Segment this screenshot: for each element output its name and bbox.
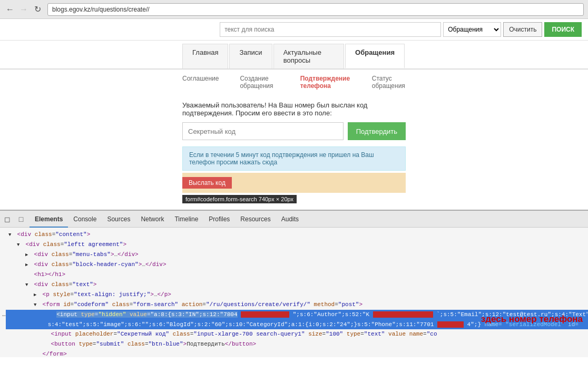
resend-button[interactable]: Выслать код [182,177,232,189]
tab-console[interactable]: Console [68,211,102,228]
step-status: Статус обращения [372,75,406,90]
browser-body: Обращения Очистить ПОИСК Главная Записи … [0,19,588,373]
tab-timeline[interactable]: Timeline [169,211,203,228]
dom-line: ▶ <div class="block-header-cyan">…</div> [0,260,588,270]
nav-buttons: ← → ↻ [4,4,43,15]
dom-line: ▼ <form id="codeform" class="form-search… [0,300,588,310]
browser-chrome: ← → ↻ [0,0,588,19]
tab-resources[interactable]: Resources [235,211,276,228]
address-bar[interactable] [47,3,584,16]
tab-audits[interactable]: Audits [276,211,304,228]
resend-area: Выслать код [182,173,406,193]
forward-button[interactable]: → [18,4,30,15]
devtools-tabs: ◻ □ Elements Console Sources Network Tim… [0,211,588,228]
tab-network[interactable]: Network [135,211,169,228]
tab-appeals[interactable]: Обращения [345,44,405,68]
secret-code-input[interactable] [182,122,344,140]
dom-line: ▶ <input placeholder="Секретный код" cla… [0,329,588,339]
devtools-tablet-icon[interactable]: □ [16,214,26,224]
confirm-button[interactable]: Подтвердить [348,122,406,140]
search-input[interactable] [220,22,441,37]
devtools-panel: ◻ □ Elements Console Sources Network Tim… [0,210,588,357]
step-agreement: Соглашение [182,75,219,90]
dots-indicator: … [0,310,6,329]
info-text: Если в течении 5 минут код подтверждения… [189,151,374,166]
annotation-text: здесь номер телефона [481,314,583,325]
dom-line: ▶ <h1></h1> [0,270,588,280]
dom-line: ▶ <button type="submit" class="btn-blue"… [0,339,588,349]
input-group: Подтвердить [182,122,406,140]
step-phone-confirm: Подтверждение телефона [300,75,351,90]
reload-button[interactable]: ↻ [32,4,43,15]
tab-home[interactable]: Главная [182,44,228,68]
dom-line: ▶ <div class="menu-tabs">…</div> [0,250,588,260]
info-box: Если в течении 5 минут код подтверждения… [182,146,406,171]
tab-profiles[interactable]: Profiles [203,211,235,228]
form-description: Уважаемый пользователь! На Ваш номер был… [182,101,406,117]
tab-records[interactable]: Записи [229,44,272,68]
tab-current-issues[interactable]: Актуальные вопросы [273,44,344,68]
dom-line: ▶ <p style="text-align: justify;">…</p> [0,290,588,300]
tab-sources[interactable]: Sources [102,211,135,228]
tab-elements[interactable]: Elements [30,211,68,228]
search-form: Обращения Очистить ПОИСК [220,22,582,37]
top-search-area: Обращения Очистить ПОИСК [0,19,588,41]
form-content: Уважаемый пользователь! На Ваш номер был… [0,95,588,210]
nav-tabs: Главная Записи Актуальные вопросы Обраще… [0,41,588,70]
category-select[interactable]: Обращения [443,22,501,37]
devtools-dom-content: ▼ <div class="content"> ▼ <div class="le… [0,228,588,357]
breadcrumb-steps: Соглашение Создание обращения Подтвержде… [0,70,588,95]
dom-line: ▼ <div class="text"> [0,280,588,290]
clear-button[interactable]: Очистить [503,22,542,37]
dom-selected-rows: … ▶ <input type="hidden" value="a:8:{s:3… [0,310,588,329]
dom-line: ▼ <div class="content"> [0,230,588,240]
dom-line: ▶ </form> [0,349,588,357]
devtools-phone-icon[interactable]: ◻ [2,214,13,224]
dom-line: ▼ <div class="leftt agreement"> [0,240,588,250]
size-indicator: form#codeform.form-search 740px × 20px [182,195,297,203]
page-content: Обращения Очистить ПОИСК Главная Записи … [0,19,588,373]
step-create: Создание обращения [240,75,279,90]
search-button[interactable]: ПОИСК [544,22,582,37]
back-button[interactable]: ← [4,4,16,15]
